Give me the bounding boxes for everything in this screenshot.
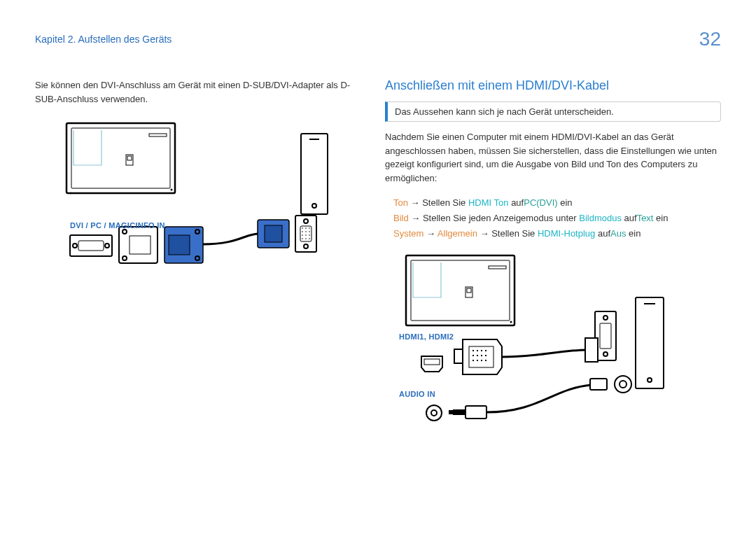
svg-point-76 <box>615 376 631 393</box>
svg-rect-62 <box>477 360 478 361</box>
svg-rect-72 <box>453 409 465 415</box>
svg-point-33 <box>309 231 310 232</box>
svg-point-39 <box>309 238 310 239</box>
svg-rect-69 <box>585 338 598 362</box>
port-label-dvi: DVI / PC / MAGICINFO IN <box>70 221 364 230</box>
svg-rect-54 <box>477 350 478 351</box>
svg-rect-14 <box>119 227 158 263</box>
figure-hdmi-connection: HDMI1, HDMI2 AUDIO IN <box>385 248 721 461</box>
left-column: Sie können den DVI-Anschluss am Gerät mi… <box>35 78 364 461</box>
svg-point-4 <box>171 189 173 191</box>
svg-marker-51 <box>463 339 502 374</box>
figure-dsub-connection: DVI / PC / MAGICINFO IN <box>35 116 364 230</box>
svg-point-36 <box>309 234 310 236</box>
note-box: Das Aussehen kann sich je nach Gerät unt… <box>385 101 721 122</box>
setting-system: System → Allgemein → Stellen Sie HDMI-Ho… <box>385 226 721 241</box>
svg-point-32 <box>305 231 307 232</box>
svg-rect-63 <box>481 360 482 361</box>
svg-point-37 <box>302 238 303 239</box>
right-column: Anschließen mit einem HDMI/DVI-Kabel Das… <box>385 78 721 461</box>
svg-point-77 <box>620 381 626 388</box>
svg-point-35 <box>305 234 307 236</box>
section-heading: Anschließen mit einem HDMI/DVI-Kabel <box>385 78 721 93</box>
svg-point-6 <box>70 192 71 194</box>
svg-rect-74 <box>465 406 486 419</box>
svg-rect-56 <box>485 350 486 351</box>
svg-rect-46 <box>636 297 664 388</box>
svg-rect-58 <box>477 355 478 356</box>
svg-point-34 <box>302 234 303 236</box>
svg-rect-75 <box>590 379 607 390</box>
left-intro: Sie können den DVI-Anschluss am Gerät mi… <box>35 78 364 106</box>
svg-rect-47 <box>644 303 655 304</box>
setting-sound: Ton → Stellen Sie HDMI Ton aufPC(DVI) ei… <box>385 195 721 211</box>
svg-point-70 <box>426 405 442 421</box>
svg-rect-21 <box>169 235 190 255</box>
svg-rect-61 <box>472 360 474 361</box>
svg-rect-24 <box>295 216 316 252</box>
svg-rect-57 <box>472 355 474 356</box>
svg-point-28 <box>302 227 303 229</box>
svg-rect-55 <box>481 350 482 351</box>
port-label-audio: AUDIO IN <box>399 390 483 398</box>
setting-picture: Bild → Stellen Sie jeden Anzeigemodus un… <box>385 211 721 226</box>
svg-rect-7 <box>301 134 328 214</box>
svg-rect-64 <box>485 360 486 361</box>
svg-point-30 <box>309 227 310 229</box>
chapter-title: Kapitel 2. Aufstellen des Geräts <box>35 34 172 45</box>
page-number: 32 <box>699 28 721 50</box>
svg-rect-23 <box>265 225 282 242</box>
svg-rect-59 <box>481 355 482 356</box>
svg-point-44 <box>510 321 512 323</box>
svg-rect-50 <box>454 349 463 363</box>
note-text: Das Aussehen kann sich je nach Gerät unt… <box>395 106 614 117</box>
svg-point-38 <box>305 238 307 239</box>
svg-rect-53 <box>472 350 474 351</box>
svg-rect-73 <box>449 410 453 414</box>
svg-point-29 <box>305 227 307 229</box>
right-body: Nachdem Sie einen Computer mit einem HDM… <box>385 130 721 185</box>
svg-rect-60 <box>485 355 486 356</box>
page-header: Kapitel 2. Aufstellen des Geräts 32 <box>35 28 721 50</box>
svg-point-71 <box>431 410 437 416</box>
svg-rect-8 <box>309 139 319 140</box>
port-label-hdmi: HDMI1, HDMI2 <box>399 332 483 341</box>
svg-point-31 <box>302 231 303 232</box>
